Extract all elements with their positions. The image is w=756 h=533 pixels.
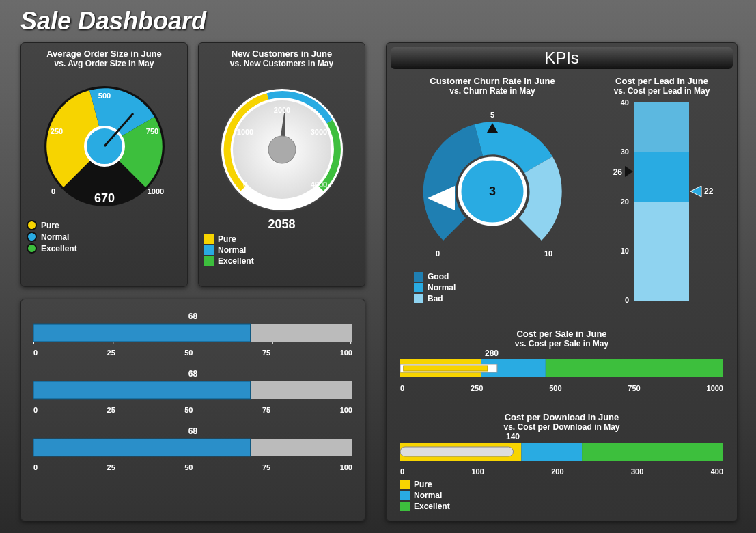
- cost-sale-axis: 02505007501000: [400, 384, 723, 392]
- cost-dl-axis: 0100200300400: [400, 467, 723, 476]
- svg-text:2000: 2000: [274, 106, 290, 114]
- svg-rect-56: [400, 447, 514, 456]
- svg-text:10: 10: [544, 249, 552, 258]
- legend-label: Pure: [218, 234, 236, 244]
- legend-label: Normal: [428, 283, 456, 292]
- svg-point-11: [268, 136, 296, 163]
- gauge1-value: 670: [94, 191, 115, 205]
- svg-text:10: 10: [621, 247, 629, 255]
- gauge1-chart: 0 250 500 750 1000 670: [27, 71, 183, 215]
- gauge2-chart: 0 1000 2000 3000 4000: [204, 71, 361, 215]
- svg-text:500: 500: [98, 92, 111, 100]
- svg-text:0: 0: [625, 296, 629, 304]
- bar-value: 68: [33, 312, 352, 321]
- progress-bar: 68 0255075100: [33, 312, 352, 357]
- svg-text:30: 30: [621, 148, 629, 156]
- cost-dl-title: Cost per Download in June: [400, 412, 723, 422]
- legend-label: Normal: [218, 245, 246, 255]
- gauge2-subtitle: vs. New Customers in May: [204, 59, 359, 68]
- svg-marker-40: [690, 186, 701, 197]
- gauge1-title: Average Order Size in June: [27, 49, 182, 59]
- legend-item: Pure: [27, 220, 182, 230]
- gauge2-title: New Customers in June: [204, 49, 359, 59]
- svg-rect-37: [634, 152, 689, 202]
- legend-item: Normal: [414, 283, 591, 292]
- svg-text:1000: 1000: [237, 128, 253, 136]
- cost-sale-value: 280: [485, 348, 723, 358]
- bar-axis: 0255075100: [33, 348, 352, 357]
- svg-text:0: 0: [436, 249, 440, 258]
- kpis-header: KPIs: [391, 47, 733, 69]
- cost-per-sale-block: Cost per Sale in June vs. Cost per Sale …: [400, 329, 723, 392]
- legend-label: Normal: [414, 491, 442, 500]
- legend-label: Good: [428, 272, 449, 282]
- svg-rect-51: [404, 366, 488, 371]
- svg-rect-55: [582, 443, 723, 461]
- page-title: Sale Dashboard: [0, 0, 756, 42]
- avg-order-gauge-panel: Average Order Size in June vs. Avg Order…: [20, 42, 188, 287]
- svg-text:3: 3: [489, 184, 496, 198]
- cost-dl-value: 140: [506, 432, 723, 441]
- cost-dl-subtitle: vs. Cost per Download in May: [400, 422, 723, 432]
- progress-bar: 68 0255075100: [33, 426, 352, 472]
- cost-lead-title: Cost per Lead in June: [593, 76, 730, 86]
- legend-item: Normal: [204, 245, 359, 255]
- legend-item: Normal: [27, 232, 182, 242]
- svg-text:40: 40: [621, 98, 629, 107]
- churn-subtitle: vs. Churn Rate in May: [393, 86, 591, 96]
- bar-axis: 0255075100: [33, 406, 352, 414]
- cost-sale-title: Cost per Sale in June: [400, 329, 723, 339]
- svg-text:0: 0: [243, 180, 247, 189]
- svg-rect-25: [33, 381, 251, 399]
- legend-label: Pure: [41, 221, 59, 230]
- gauge1-subtitle: vs. Avg Order Size in May: [27, 59, 182, 68]
- cost-lead-subtitle: vs. Cost per Lead in May: [593, 86, 730, 96]
- churn-legend: Good Normal Bad: [414, 272, 591, 303]
- cost-per-download-block: Cost per Download in June vs. Cost per D…: [400, 412, 723, 512]
- svg-text:0: 0: [51, 187, 55, 195]
- legend-label: Excellent: [41, 244, 77, 254]
- legend-label: Normal: [41, 232, 69, 242]
- svg-marker-38: [625, 166, 633, 177]
- legend-item: Pure: [400, 480, 723, 489]
- svg-text:250: 250: [51, 127, 63, 135]
- churn-gauge: 3 5 0 10: [393, 96, 591, 266]
- legend-item: Bad: [414, 294, 591, 303]
- bar-value: 68: [33, 369, 352, 379]
- cost-sale-chart: [400, 358, 723, 380]
- svg-text:26: 26: [613, 167, 623, 177]
- cost-dl-chart: [400, 441, 723, 463]
- legend-label: Excellent: [218, 256, 254, 266]
- svg-rect-54: [521, 443, 582, 461]
- svg-text:1000: 1000: [148, 187, 164, 195]
- cost-sale-subtitle: vs. Cost per Sale in May: [400, 339, 723, 348]
- legend-item: Good: [414, 272, 591, 282]
- legend-item: Excellent: [400, 502, 723, 511]
- gauge2-value: 2058: [204, 217, 359, 232]
- svg-text:20: 20: [621, 197, 629, 206]
- svg-text:750: 750: [146, 127, 158, 135]
- legend-item: Excellent: [204, 256, 359, 266]
- legend-label: Pure: [414, 480, 432, 489]
- legend-item: Pure: [204, 234, 359, 244]
- svg-text:22: 22: [704, 187, 714, 196]
- legend-label: Excellent: [414, 502, 450, 511]
- cost-per-lead-block: Cost per Lead in June vs. Cost per Lead …: [593, 76, 730, 310]
- churn-title: Customer Churn Rate in June: [393, 76, 591, 86]
- svg-rect-18: [33, 324, 251, 342]
- progress-bars-panel: 68 0255075100 68 0255075100 68 025507510…: [20, 299, 365, 521]
- bar-value: 68: [33, 426, 352, 436]
- svg-rect-27: [33, 439, 251, 456]
- gauge2-legend: Pure Normal Excellent: [204, 234, 359, 266]
- gauge1-legend: Pure Normal Excellent: [27, 220, 182, 254]
- svg-text:5: 5: [490, 111, 494, 119]
- progress-bar: 68 0255075100: [33, 369, 352, 414]
- kpi-legend: Pure Normal Excellent: [400, 480, 723, 511]
- legend-item: Normal: [400, 491, 723, 500]
- legend-label: Bad: [428, 294, 443, 303]
- bar-axis: 0255075100: [33, 463, 352, 472]
- svg-rect-49: [546, 359, 723, 377]
- legend-item: Excellent: [27, 243, 182, 254]
- svg-text:4000: 4000: [311, 180, 327, 189]
- svg-rect-36: [634, 102, 689, 152]
